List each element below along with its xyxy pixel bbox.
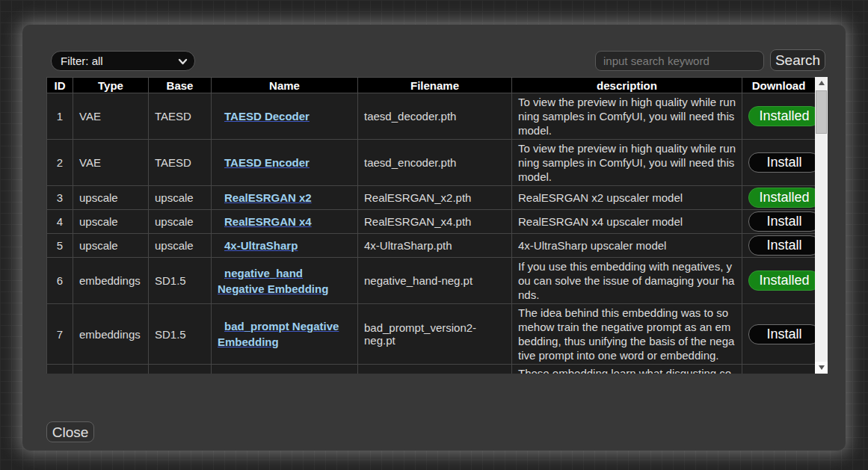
download-button[interactable]: Install: [748, 152, 820, 173]
cell-type: upscale: [73, 234, 149, 258]
cell-base: upscale: [149, 234, 212, 258]
cell-id: 1: [47, 93, 73, 140]
cell-id: 5: [47, 234, 73, 258]
cell-filename: 4x-UltraSharp.pth: [358, 234, 512, 258]
model-name-link[interactable]: negative_hand Negative Embedding: [218, 265, 351, 297]
cell-type: [73, 365, 149, 374]
header-type: Type: [73, 78, 149, 93]
table-row: 6 embeddings SD1.5 negative_hand Negativ…: [47, 258, 816, 304]
search-button[interactable]: Search: [770, 49, 825, 71]
cell-filename: RealESRGAN_x2.pth: [358, 186, 512, 210]
table-row: 4 upscale upscale RealESRGAN x4 RealESRG…: [47, 210, 816, 234]
close-button[interactable]: Close: [46, 421, 94, 442]
header-filename: Filename: [358, 78, 512, 93]
cell-download: Install: [742, 304, 816, 365]
cell-base: [149, 365, 212, 374]
cell-name: 4x-UltraSharp: [212, 234, 358, 258]
download-button[interactable]: Install: [748, 211, 820, 232]
cell-download: Installed: [742, 258, 816, 304]
cell-download: [742, 365, 816, 374]
download-button[interactable]: Install: [748, 324, 820, 344]
cell-download: Installed: [742, 186, 816, 210]
cell-description: RealESRGAN x4 upscaler model: [512, 210, 742, 234]
cell-description: These embedding learn what disgusting co…: [512, 365, 742, 374]
cell-download: Install: [742, 140, 816, 186]
cell-id: 2: [47, 140, 73, 186]
cell-description: To view the preview in high quality whil…: [512, 93, 742, 140]
cell-type: embeddings: [73, 304, 149, 365]
cell-description: 4x-UltraSharp upscaler model: [512, 234, 742, 258]
comfyui-canvas: { "dialog": { "filter": { "selected": "F…: [0, 0, 868, 470]
header-id: ID: [47, 78, 73, 93]
model-name-link[interactable]: RealESRGAN x2: [218, 190, 351, 205]
cell-id: [47, 365, 73, 374]
cell-type: embeddings: [73, 258, 149, 304]
header-base: Base: [149, 78, 212, 93]
model-name-link[interactable]: 4x-UltraSharp: [218, 238, 351, 253]
header-description: description: [512, 78, 742, 93]
cell-name: TAESD Decoder: [212, 93, 358, 140]
scrollbar-thumb[interactable]: [816, 90, 827, 134]
cell-id: 6: [47, 258, 73, 304]
cell-type: VAE: [73, 140, 149, 186]
cell-description: If you use this embedding with negatives…: [512, 258, 742, 304]
model-name-link[interactable]: RealESRGAN x4: [218, 214, 351, 229]
table-row: 2 VAE TAESD TAESD Encoder taesd_encoder.…: [47, 140, 816, 186]
cell-description: To view the preview in high quality whil…: [512, 140, 742, 186]
scroll-down-arrow-icon[interactable]: [815, 362, 828, 374]
cell-download: Install: [742, 210, 816, 234]
table-row: These embedding learn what disgusting co…: [47, 365, 816, 374]
cell-id: 7: [47, 304, 73, 365]
model-name-link[interactable]: TAESD Decoder: [218, 108, 351, 124]
model-table-viewport: ID Type Base Name Filename description D…: [46, 77, 828, 374]
cell-filename: bad_prompt_version2-neg.pt: [358, 304, 512, 365]
cell-name: [212, 365, 358, 374]
cell-id: 4: [47, 210, 73, 234]
install-models-dialog: Filter: all Search ID Type Base Name Fil…: [22, 25, 846, 451]
cell-base: TAESD: [149, 93, 212, 140]
cell-filename: taesd_encoder.pth: [358, 140, 512, 186]
cell-name: negative_hand Negative Embedding: [212, 258, 358, 304]
cell-filename: taesd_decoder.pth: [358, 93, 512, 140]
download-button[interactable]: Installed: [748, 270, 820, 291]
table-header-row: ID Type Base Name Filename description D…: [47, 78, 816, 93]
filter-dropdown-wrap: Filter: all: [51, 51, 195, 71]
download-button[interactable]: Installed: [748, 106, 820, 126]
scroll-up-arrow-icon[interactable]: [815, 77, 828, 89]
cell-base: SD1.5: [149, 258, 212, 304]
table-row: 5 upscale upscale 4x-UltraSharp 4x-Ultra…: [47, 234, 816, 258]
cell-type: upscale: [73, 210, 149, 234]
cell-download: Installed: [742, 93, 816, 140]
cell-description: RealESRGAN x2 upscaler model: [512, 186, 742, 210]
cell-base: SD1.5: [149, 304, 212, 365]
cell-base: upscale: [149, 186, 212, 210]
cell-type: VAE: [73, 93, 149, 140]
model-name-link[interactable]: TAESD Encoder: [218, 155, 351, 170]
table-scrollbar[interactable]: [815, 77, 828, 374]
model-name-link[interactable]: bad_prompt Negative Embedding: [218, 318, 351, 350]
cell-id: 3: [47, 186, 73, 210]
cell-filename: [358, 365, 512, 374]
cell-name: bad_prompt Negative Embedding: [212, 304, 358, 365]
table-row: 1 VAE TAESD TAESD Decoder taesd_decoder.…: [47, 93, 816, 140]
cell-filename: negative_hand-neg.pt: [358, 258, 512, 304]
cell-download: Install: [742, 234, 816, 258]
cell-base: upscale: [149, 210, 212, 234]
cell-name: TAESD Encoder: [212, 140, 358, 186]
cell-description: The idea behind this embedding was to so…: [512, 304, 742, 365]
download-button[interactable]: Install: [748, 235, 820, 256]
table-row: 7 embeddings SD1.5 bad_prompt Negative E…: [47, 304, 816, 365]
header-name: Name: [212, 78, 358, 93]
cell-name: RealESRGAN x2: [212, 186, 358, 210]
header-download: Download: [742, 78, 816, 93]
search-input[interactable]: [595, 51, 764, 71]
cell-name: RealESRGAN x4: [212, 210, 358, 234]
cell-filename: RealESRGAN_x4.pth: [358, 210, 512, 234]
download-button[interactable]: Installed: [748, 188, 820, 208]
cell-base: TAESD: [149, 140, 212, 186]
model-table: ID Type Base Name Filename description D…: [46, 77, 816, 374]
cell-type: upscale: [73, 186, 149, 210]
table-row: 3 upscale upscale RealESRGAN x2 RealESRG…: [47, 186, 816, 210]
filter-dropdown[interactable]: Filter: all: [51, 51, 195, 71]
